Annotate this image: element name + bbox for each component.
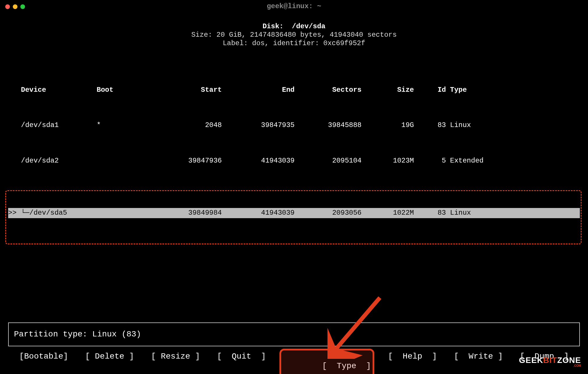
cell-sectors: 2093056 — [295, 209, 362, 217]
cell-type: Linux — [446, 209, 574, 217]
table-row[interactable]: /dev/sda2 39847936 41943039 2095104 1023… — [8, 156, 580, 166]
partition-type-text: Partition type: Linux (83) — [14, 330, 141, 339]
col-device: Device — [21, 86, 97, 94]
cell-end: 39847935 — [222, 121, 295, 130]
cell-boot: * — [97, 121, 152, 130]
table-row[interactable]: /dev/sda1 * 2048 39847935 39845888 19G 8… — [8, 120, 580, 130]
cell-end: 41943039 — [222, 157, 295, 165]
minimize-icon[interactable] — [13, 4, 17, 9]
disk-label-line: Label: dos, identifier: 0xc69f952f — [8, 39, 580, 48]
selected-row-annotation: >> └─/dev/sda5 39849984 41943039 2093056… — [8, 191, 580, 243]
table-row-selected[interactable]: >> └─/dev/sda5 39849984 41943039 2093056… — [8, 208, 580, 218]
cell-sectors: 39845888 — [295, 121, 362, 130]
menu-type-label: [ Type ] — [322, 361, 371, 371]
cell-sectors: 2095104 — [295, 157, 362, 165]
cell-id: 5 — [414, 157, 446, 165]
col-sectors: Sectors — [295, 86, 362, 94]
close-icon[interactable] — [5, 4, 10, 9]
row-marker: >> — [8, 209, 21, 217]
terminal-content: Disk: /dev/sda Size: 20 GiB, 21474836480… — [0, 22, 588, 268]
cell-start: 39849984 — [152, 209, 222, 217]
cell-device: └─/dev/sda5 — [21, 209, 97, 217]
col-start: Start — [152, 86, 222, 94]
maximize-icon[interactable] — [20, 4, 25, 9]
col-type: Type — [446, 86, 574, 94]
watermark: GEEKBITZONE .COM — [519, 355, 581, 368]
menu-bar: [Bootable] [ Delete ] [ Resize ] [ Quit … — [8, 352, 580, 374]
menu-write[interactable]: [ Write ] — [454, 352, 503, 374]
cell-type: Extended — [446, 157, 574, 165]
menu-delete[interactable]: [ Delete ] — [85, 352, 134, 374]
col-end: End — [222, 86, 295, 94]
col-size: Size — [362, 86, 414, 94]
cell-device: /dev/sda1 — [21, 121, 97, 130]
partition-type-box: Partition type: Linux (83) — [8, 322, 580, 346]
partition-table: Device Boot Start End Sectors Size Id Ty… — [8, 60, 580, 268]
cell-start: 2048 — [152, 121, 222, 130]
col-boot: Boot — [97, 86, 152, 94]
cell-size: 1023M — [362, 157, 414, 165]
cell-device: /dev/sda2 — [21, 157, 97, 165]
watermark-post: ZONE — [557, 356, 581, 365]
disk-header: Disk: /dev/sda — [8, 22, 580, 31]
cell-size: 19G — [362, 121, 414, 130]
traffic-lights — [5, 4, 25, 9]
table-header: Device Boot Start End Sectors Size Id Ty… — [8, 85, 580, 95]
watermark-pre: GEEK — [519, 356, 543, 365]
watermark-accent: BIT — [543, 356, 557, 365]
menu-resize[interactable]: [ Resize ] — [151, 352, 200, 374]
disk-size-line: Size: 20 GiB, 21474836480 bytes, 4194304… — [8, 31, 580, 39]
cell-id: 83 — [414, 209, 446, 217]
menu-help[interactable]: [ Help ] — [388, 352, 437, 374]
footer-area: Partition type: Linux (83) [Bootable] [ … — [8, 322, 580, 374]
cell-id: 83 — [414, 121, 446, 130]
cell-size: 1022M — [362, 209, 414, 217]
menu-type[interactable]: [ Type ] — [283, 352, 371, 374]
cell-end: 41943039 — [222, 209, 295, 217]
menu-quit[interactable]: [ Quit ] — [217, 352, 266, 374]
cell-start: 39847936 — [152, 157, 222, 165]
window-title: geek@linux: ~ — [267, 2, 321, 11]
menu-bootable[interactable]: [Bootable] — [19, 352, 68, 374]
cell-type: Linux — [446, 121, 574, 130]
titlebar: geek@linux: ~ — [0, 0, 588, 13]
col-id: Id — [414, 86, 446, 94]
